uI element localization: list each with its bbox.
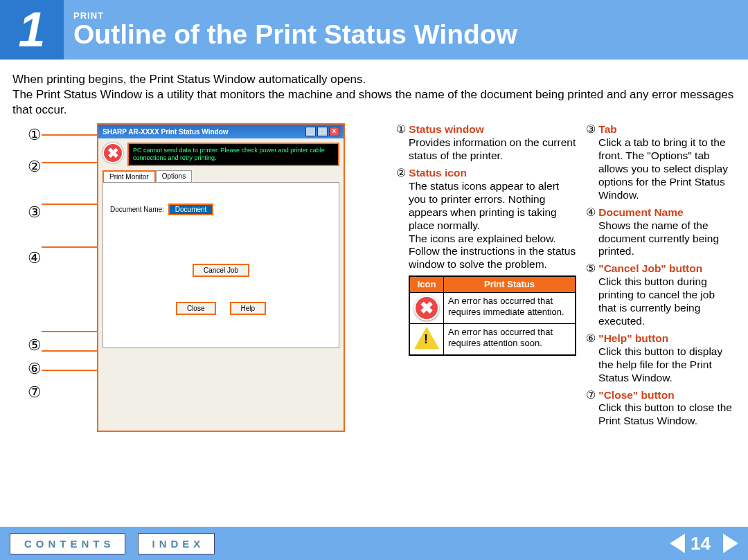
item-title-2: Status icon	[409, 167, 467, 179]
document-name-label: Document Name:	[110, 206, 164, 213]
item-desc-3: Click a tab to bring it to the front. Th…	[598, 136, 736, 202]
status-panel: ✖ PC cannot send data to printer. Please…	[103, 143, 339, 166]
icon-row1-desc: An error has occurred that requires imme…	[444, 293, 576, 324]
item-desc-2: The status icons appear to alert you to …	[409, 180, 576, 271]
close-icon[interactable]: ×	[329, 127, 339, 136]
item-desc-1: Provides information on the current stat…	[409, 136, 576, 163]
close-button[interactable]: Close	[176, 302, 216, 315]
item-desc-7: Click this button to close the Print Sta…	[598, 401, 736, 428]
item-title-4: Document Name	[598, 206, 683, 218]
callout-2: ②	[28, 159, 42, 174]
icon-row2-desc: An error has occurred that requires atte…	[444, 324, 576, 355]
item-title-5: "Cancel Job" button	[598, 262, 702, 274]
callout-4: ④	[28, 251, 42, 266]
item-desc-5: Click this button during printing to can…	[598, 276, 736, 328]
next-page-arrow-icon[interactable]	[723, 534, 738, 553]
description-column-1: ① Status window Provides information on …	[396, 123, 576, 356]
callout-3: ③	[28, 205, 42, 220]
error-icon: ✖	[103, 143, 123, 163]
screenshot-frame: SHARP AR-XXXX Print Status Window _ □ × …	[97, 123, 345, 432]
window-titlebar: SHARP AR-XXXX Print Status Window _ □ ×	[98, 125, 344, 138]
callout-5: ⑤	[28, 338, 42, 353]
page-footer: CONTENTS INDEX 14	[0, 527, 748, 560]
item-title-3: Tab	[598, 123, 616, 135]
intro-paragraph: When printing begins, the Print Status W…	[12, 72, 736, 118]
callout-6: ⑥	[28, 361, 42, 377]
warning-large-icon	[414, 327, 439, 349]
item-title-7: "Close" button	[598, 389, 674, 401]
item-desc-4: Shows the name of the document currently…	[598, 219, 736, 259]
th-icon: Icon	[409, 276, 444, 292]
page-title: Outline of the Print Status Window	[73, 19, 517, 50]
callout-7: ⑦	[28, 385, 42, 400]
error-large-icon: ✖	[414, 296, 439, 320]
prev-page-arrow-icon[interactable]	[670, 534, 685, 553]
callout-1: ①	[28, 127, 42, 143]
tab-options[interactable]: Options	[156, 170, 192, 182]
window-title: SHARP AR-XXXX Print Status Window	[103, 128, 229, 136]
minimize-icon[interactable]: _	[305, 127, 316, 136]
page-header: 1 PRINT Outline of the Print Status Wind…	[0, 0, 748, 60]
help-button[interactable]: Help	[230, 302, 267, 315]
index-button[interactable]: INDEX	[138, 533, 215, 554]
item-title-1: Status window	[409, 123, 484, 135]
figure-column: ① ② ③ ④ ⑤ ⑥ ⑦ SHARP AR-XXXX Print Status…	[12, 123, 386, 432]
icon-table: Icon Print Status ✖ An error has occurre…	[409, 276, 576, 356]
page-number: 14	[691, 533, 711, 554]
tab-content: Document Name: Document Cancel Job Close…	[103, 182, 339, 348]
contents-button[interactable]: CONTENTS	[10, 533, 125, 554]
tab-print-monitor[interactable]: Print Monitor	[103, 170, 156, 182]
cancel-job-button[interactable]: Cancel Job	[193, 264, 249, 277]
document-name-value: Document	[168, 204, 214, 215]
chapter-number: 1	[0, 0, 64, 60]
status-message: PC cannot send data to printer. Please c…	[127, 143, 339, 166]
maximize-icon[interactable]: □	[317, 127, 328, 136]
item-desc-6: Click this button to display the help fi…	[598, 345, 736, 385]
callout-numbers: ① ② ③ ④ ⑤ ⑥ ⑦	[28, 127, 42, 400]
item-title-6: "Help" button	[598, 332, 668, 344]
description-column-2: ③ Tab Click a tab to bring it to the fro…	[586, 123, 736, 432]
header-text: PRINT Outline of the Print Status Window	[64, 10, 517, 50]
tab-strip: Print Monitor Options	[103, 170, 344, 182]
th-status: Print Status	[444, 276, 576, 292]
